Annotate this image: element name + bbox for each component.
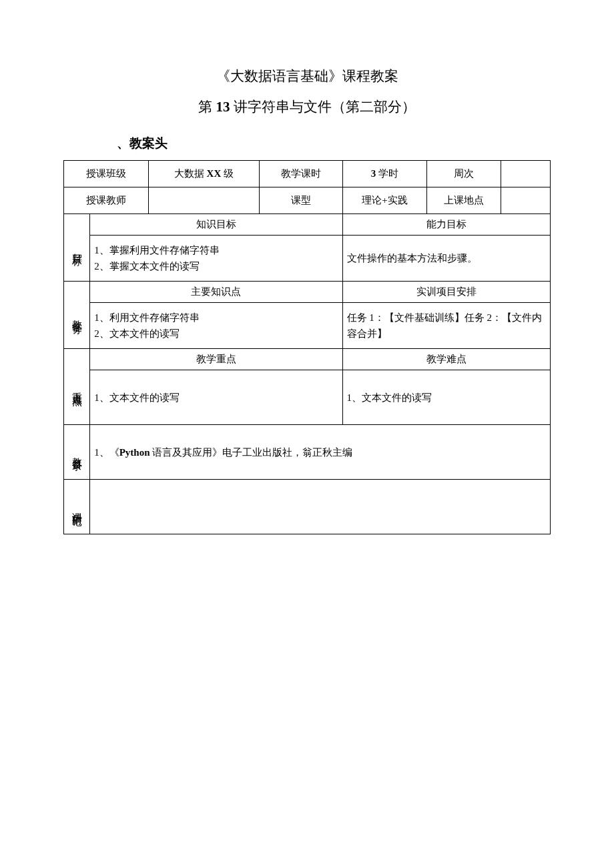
value-location — [501, 187, 551, 214]
content-main-knowledge: 1、利用文件存储字符串 2、文本文件的读写 — [90, 303, 342, 349]
header-training: 实训项目安排 — [342, 282, 550, 303]
label-tasks: 教学任务 — [64, 282, 90, 349]
label-location: 上课地点 — [427, 187, 501, 214]
content-difficulty: 1、文本文件的读写 — [342, 370, 550, 425]
value-week — [501, 161, 551, 187]
references-bold: Python — [119, 447, 150, 458]
value-type: 理论+实践 — [342, 187, 427, 214]
header-ability-objective: 能力目标 — [342, 214, 550, 236]
label-keypoints: 重点难点 — [64, 349, 90, 425]
value-class-bold: XX — [207, 168, 222, 179]
subtitle-prefix: 第 — [198, 99, 216, 115]
content-focus: 1、文本文件的读写 — [90, 370, 342, 425]
label-notes: 课后附记 — [64, 480, 90, 534]
lesson-plan-table: 授课班级 大数据 XX 级 教学课时 3 学时 周次 授课教师 课型 理论+实践… — [63, 160, 551, 534]
label-class: 授课班级 — [64, 161, 149, 187]
value-class-suffix: 级 — [221, 168, 234, 179]
label-teacher: 授课教师 — [64, 187, 149, 214]
content-references: 1、《Python 语言及其应用》电子工业出版社，翁正秋主编 — [90, 425, 551, 480]
header-focus: 教学重点 — [90, 349, 342, 370]
document-subtitle: 第 13 讲字符串与文件（第二部分） — [63, 97, 551, 116]
content-notes — [90, 480, 551, 534]
header-knowledge-objective: 知识目标 — [90, 214, 342, 236]
subtitle-number: 13 — [216, 99, 230, 115]
value-class-prefix: 大数据 — [174, 168, 207, 179]
content-training: 任务 1：【文件基础训练】任务 2：【文件内容合并】 — [342, 303, 550, 349]
document-title: 《大数据语言基础》课程教案 — [63, 67, 551, 85]
content-ability-objective: 文件操作的基本方法和步骤。 — [342, 236, 550, 282]
value-teacher — [148, 187, 259, 214]
value-hours: 3 学时 — [342, 161, 427, 187]
subtitle-suffix: 讲字符串与文件（第二部分） — [230, 99, 416, 115]
value-class: 大数据 XX 级 — [148, 161, 259, 187]
label-hours: 教学课时 — [259, 161, 342, 187]
label-references: 教参目录 — [64, 425, 90, 480]
header-difficulty: 教学难点 — [342, 349, 550, 370]
references-prefix: 1、《 — [94, 447, 119, 458]
label-week: 周次 — [427, 161, 501, 187]
label-objectives: 挈目标 — [64, 214, 90, 282]
header-main-knowledge: 主要知识点 — [90, 282, 342, 303]
label-type: 课型 — [259, 187, 342, 214]
content-knowledge-objective: 1、掌握利用文件存储字符串 2、掌握文本文件的读写 — [90, 236, 342, 282]
value-hours-suffix: 学时 — [376, 168, 398, 179]
references-suffix: 语言及其应用》电子工业出版社，翁正秋主编 — [150, 447, 353, 458]
section-header: 、教案头 — [117, 135, 551, 152]
